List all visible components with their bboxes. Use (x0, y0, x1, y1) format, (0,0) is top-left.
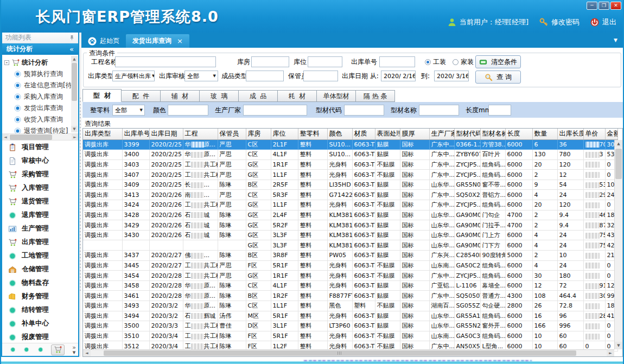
tab-list-dropdown-icon[interactable]: ▼ (614, 37, 617, 43)
column-header[interactable]: 生产厂家 (429, 129, 454, 139)
maximize-button[interactable]: ❐ (598, 2, 609, 10)
column-header[interactable]: 长度 (505, 129, 532, 139)
table-row[interactable]: 调拨出库34242020/2/26工共工程严思G区1L1F整料光身料6063-T… (83, 200, 617, 210)
table-row[interactable]: 调拨出库34072020/2/25工共工程严思G区1L1F整料光身料6063-T… (83, 170, 617, 180)
material-tab[interactable]: 隔 热 条 (356, 90, 395, 102)
sidebar-item-退货管理[interactable]: 退货管理 (2, 195, 78, 208)
table-row[interactable]: 调拨出库34932020/3/2华原...陈琳C区1L1F整料黑色塑料不贴膜国标… (83, 301, 617, 311)
scroll-down-icon[interactable]: ▼ (615, 342, 622, 349)
column-header[interactable]: 膜厚 (400, 129, 429, 139)
sidebar-item-物料盘存[interactable]: 物料盘存 (2, 276, 78, 290)
profile-code-input[interactable] (344, 105, 384, 116)
tree-item[interactable]: 发货出库查询 (3, 103, 71, 114)
sidebar-item-工地管理[interactable]: 工地管理 (2, 249, 78, 263)
material-tab[interactable]: 成 品 (239, 90, 278, 102)
column-header[interactable]: 材质 (352, 129, 375, 139)
date-from-picker[interactable]: 2020/ 2/16▼ (381, 71, 416, 81)
table-row[interactable]: 调拨出库34372020/2/27佛...陈琳B区3R8F整料PW056063-… (83, 251, 617, 261)
keeper-input[interactable] (303, 71, 338, 81)
sidebar-splitter[interactable] (79, 33, 81, 357)
table-row[interactable]: 调拨出库34302020/2/26石城陈琳G区3L3F整料KLM38176063… (83, 230, 617, 240)
clear-conditions-button[interactable]: 清空条件 (475, 55, 521, 68)
column-header[interactable]: 出库类型 (83, 129, 122, 139)
tree-expander-icon[interactable]: - (4, 60, 9, 65)
search-button[interactable]: 查 询 (475, 71, 521, 84)
table-row[interactable]: 调拨出库34292020/2/26石城陈琳G区5R2F整料KLM38176063… (83, 220, 617, 231)
table-row[interactable]: 调拨出库35002020/3/3工共工程曹佳D区3L1F整料LT3P606063… (83, 321, 617, 331)
out-type-select[interactable]: 生产领料出库▼ (112, 71, 155, 81)
sidebar-item-审核中心[interactable]: 审核中心 (2, 154, 78, 168)
table-row[interactable]: 调拨出库34452020/2/27工共工程严思F区5R1F整料光身料6063-T… (83, 260, 617, 271)
table-row[interactable]: 调拨出库34542020/2/28工共工程严思G区1R1F整料光身料6063-T… (83, 271, 617, 281)
material-tab[interactable]: 耗 材 (278, 90, 317, 102)
scroll-left-icon[interactable]: ◄ (2, 134, 9, 141)
column-header[interactable]: 颜色 (327, 129, 352, 139)
location-input[interactable] (308, 56, 342, 67)
close-button[interactable]: ✕ (610, 2, 621, 10)
table-row[interactable]: 调拨出库34092020/2/25长...陈琳B区2R5F整料LI35HD606… (83, 180, 617, 190)
pushpin-icon[interactable] (69, 35, 75, 41)
material-tab[interactable]: 辅 材 (161, 90, 200, 102)
table-row[interactable]: G区3L3F整料KLM38176063-T5贴膜国标山东华...GA90M09.… (83, 240, 617, 251)
sidebar-item-报废管理[interactable]: 报废管理 (2, 330, 78, 343)
column-header[interactable]: 出库单号 (122, 129, 149, 139)
scroll-thumb[interactable] (72, 63, 77, 101)
column-header[interactable]: 工程 (183, 129, 218, 139)
order-no-input[interactable] (379, 56, 415, 67)
radio-gongzhuang[interactable]: 工装 (425, 56, 446, 67)
column-header[interactable]: 型材名称 (480, 129, 505, 139)
scroll-left-icon[interactable]: ◄ (83, 350, 91, 356)
manufacturer-input[interactable] (243, 105, 307, 116)
tree-item[interactable]: 在途信息查询[待 (3, 80, 71, 91)
scroll-right-icon[interactable]: ► (607, 350, 614, 356)
sidebar-item-退库管理[interactable]: 退库管理 (2, 208, 78, 222)
product-type-input[interactable] (246, 71, 284, 81)
column-header[interactable]: 出库日期 (149, 129, 183, 139)
material-tab[interactable]: 玻 璃 (200, 90, 239, 102)
circle-icon[interactable] (10, 346, 16, 354)
circle-icon[interactable] (23, 346, 29, 354)
scroll-up-icon[interactable]: ▲ (71, 56, 78, 62)
circle-icon[interactable] (37, 346, 43, 354)
table-row[interactable]: 调拨出库34942020/3/2石辉城汤伟M区5R1F整料光身料6063-T5贴… (83, 311, 617, 321)
table-vertical-scrollbar[interactable]: ▲ ▼ (614, 140, 622, 349)
column-header[interactable]: 库房 (246, 129, 271, 139)
stat-group-header[interactable]: 统计分析 « (2, 43, 78, 55)
table-row[interactable]: 调拨出库34582020/2/28华原...陈琳C区4L1F整料光身料6063-… (83, 280, 617, 291)
warehouse-input[interactable] (251, 56, 289, 67)
table-row[interactable]: 调拨出库34282020/2/26石城陈琳G区2L4F整料KLM38176063… (83, 210, 617, 220)
sidebar-item-补单中心[interactable]: 补单中心 (2, 317, 78, 330)
sidebar-item-生产管理[interactable]: 生产管理 (2, 222, 78, 235)
column-header[interactable]: 单价 (583, 129, 605, 139)
table-row[interactable]: 调拨出库34002020/2/25华原...严思C区4L1F整料SU10...6… (83, 150, 617, 160)
date-to-picker[interactable]: 2020/ 3/16▼ (434, 71, 469, 81)
sidebar-item-财务管理[interactable]: 财务管理 (2, 290, 78, 303)
sidebar-item-项目管理[interactable]: 项目管理 (2, 141, 78, 154)
sidebar-item-入库管理[interactable]: 入库管理 (2, 181, 78, 195)
scroll-right-icon[interactable]: ► (72, 134, 78, 141)
scroll-up-icon[interactable]: ▲ (615, 140, 622, 148)
tree-horizontal-scrollbar[interactable]: ◄ ► (2, 134, 78, 141)
profile-name-input[interactable] (419, 105, 459, 116)
tab-home[interactable]: 起始页 (81, 34, 126, 48)
change-password-button[interactable]: 修改密码 (539, 17, 580, 27)
tree-item[interactable]: 采购入库查询 (3, 91, 71, 103)
tree-root-node[interactable]: - 统计分析 (3, 57, 71, 68)
material-tab[interactable]: 型 材 (82, 89, 122, 102)
column-header[interactable]: 整零料 (298, 129, 327, 139)
sidebar-item-仓储管理[interactable]: 仓储管理 (2, 263, 78, 276)
tree-item[interactable]: 收货入库查询 (3, 114, 71, 125)
scroll-down-icon[interactable]: ▼ (71, 126, 78, 132)
column-header[interactable]: 型材代码 (454, 129, 480, 139)
length-input[interactable] (488, 105, 511, 116)
table-row[interactable]: 调拨出库34612020/2/28华原...陈琳B区1R2F整料F8877FT6… (83, 291, 617, 301)
table-horizontal-scrollbar[interactable]: ◄ ► (83, 349, 614, 356)
project-name-input[interactable] (115, 56, 216, 67)
tab-shipping-outbound-query[interactable]: 发货出库查询 × (126, 34, 189, 48)
audit-select[interactable]: 全部▼ (184, 71, 218, 81)
color-input[interactable] (168, 105, 208, 116)
tree-item[interactable]: 预算执行查询 (3, 68, 71, 80)
scroll-thumb[interactable] (104, 350, 576, 356)
table-row[interactable]: 调拨出库33992020/2/25华原...严思C区2L1F整料SU10...6… (83, 139, 617, 150)
material-tab[interactable]: 配 件 (122, 90, 161, 102)
